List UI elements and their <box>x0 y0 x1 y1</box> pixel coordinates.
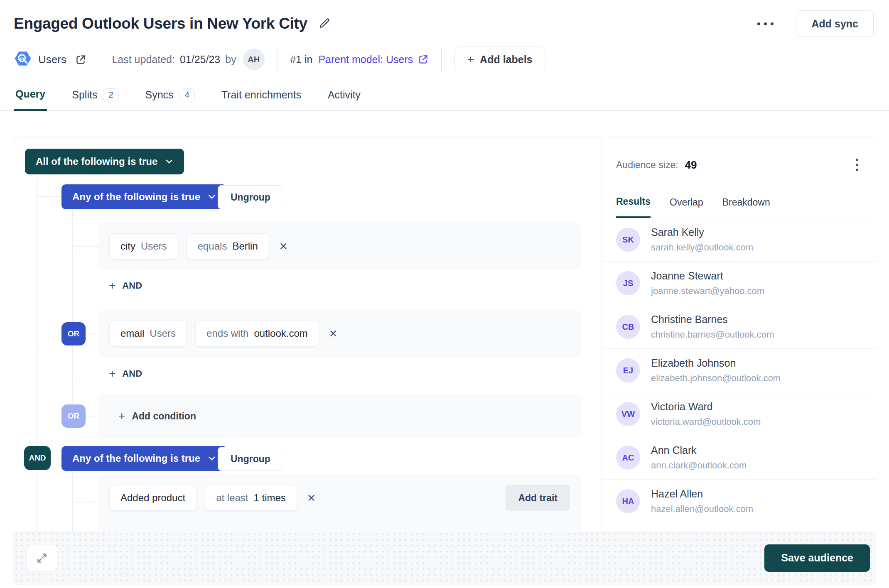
result-row[interactable]: JS Joanne Stewart joanne.stewart@yahoo.c… <box>602 262 876 305</box>
condition-property: email <box>120 328 144 339</box>
group1-ungroup-button[interactable]: Ungroup <box>218 185 283 209</box>
panel-tab-label: Results <box>616 196 651 207</box>
rank-label: #1 in <box>290 54 312 66</box>
more-actions-button[interactable] <box>753 18 778 29</box>
add-condition-button[interactable]: + Add condition <box>118 410 196 422</box>
tree-connector <box>37 196 61 197</box>
tab-activity[interactable]: Activity <box>326 86 362 111</box>
panel-tab-bar: Results Overlap Breakdown <box>602 196 876 218</box>
close-icon: ✕ <box>329 328 338 339</box>
meta-divider <box>277 48 278 71</box>
result-row[interactable]: SK Sarah Kelly sarah.kelly@outlook.com <box>602 218 876 262</box>
tree-connector <box>73 502 98 502</box>
and-link-label: AND <box>122 280 142 291</box>
tab-label: Query <box>15 88 45 100</box>
last-updated-label: Last updated: <box>112 54 175 66</box>
user-email: ann.clark@outlook.com <box>651 460 747 471</box>
user-name: Joanne Stewart <box>651 270 764 282</box>
add-condition-row: + Add condition <box>98 394 581 439</box>
tab-syncs[interactable]: Syncs 4 <box>144 86 196 111</box>
user-name: Christine Barnes <box>651 314 774 326</box>
expand-button[interactable] <box>27 545 57 571</box>
user-name: Ann Clark <box>651 444 747 456</box>
group-operator-label: Any of the following is true <box>72 453 200 464</box>
external-link-icon <box>418 54 429 65</box>
ellipsis-icon <box>757 22 774 25</box>
source-label: Users <box>38 53 66 66</box>
group2-ungroup-button[interactable]: Ungroup <box>218 447 283 471</box>
panel-tab-label: Breakdown <box>722 197 770 208</box>
condition-property: city <box>120 240 135 252</box>
user-name: Victoria Ward <box>651 401 761 413</box>
tab-splits[interactable]: Splits 2 <box>70 86 120 111</box>
and-link-label: AND <box>122 368 142 379</box>
event-operator-chip[interactable]: at least 1 times <box>205 485 297 511</box>
tab-query[interactable]: Query <box>14 86 47 111</box>
condition-row-city: city Users equals Berlin ✕ <box>98 223 581 270</box>
avatar: EJ <box>616 358 640 382</box>
avatar: JS <box>616 271 640 295</box>
result-row[interactable]: CB Christine Barnes christine.barnes@out… <box>602 305 876 349</box>
group-operator-label: Any of the following is true <box>72 191 200 203</box>
condition-operator-chip[interactable]: equals Berlin <box>187 233 269 259</box>
condition-operator-chip[interactable]: ends with outlook.com <box>195 321 319 346</box>
user-email: elizabeth.johnson@outlook.com <box>651 373 781 384</box>
parent-model-link[interactable]: Parent model: Users <box>318 54 429 66</box>
tab-overlap[interactable]: Overlap <box>670 196 703 218</box>
add-labels-button[interactable]: + Add labels <box>454 47 545 72</box>
tab-label: Splits <box>72 89 97 101</box>
add-trait-label: Add trait <box>518 492 557 503</box>
tab-breakdown[interactable]: Breakdown <box>722 196 770 218</box>
result-row[interactable]: VW Victoria Ward victoria.ward@outlook.c… <box>602 392 876 436</box>
panel-menu-button[interactable] <box>852 155 862 174</box>
or-badge-label: OR <box>68 329 80 338</box>
event-name: Added product <box>120 492 185 504</box>
audience-size-label: Audience size: <box>616 159 678 171</box>
event-condition-row: Added product at least 1 times ✕ Add tra… <box>98 474 581 531</box>
add-condition-label: Add condition <box>132 411 196 422</box>
result-row[interactable]: HA Hazel Allen hazel.allen@outlook.com <box>602 480 876 523</box>
result-row[interactable]: EJ Elizabeth Johnson elizabeth.johnson@o… <box>602 349 876 392</box>
kebab-icon <box>856 159 858 171</box>
add-sync-button[interactable]: Add sync <box>796 10 874 37</box>
group-operator-label: All of the following is true <box>36 156 157 167</box>
results-panel: Audience size: 49 Results Overlap Breakd… <box>602 137 876 531</box>
add-and-condition-button[interactable]: + AND <box>109 368 142 380</box>
event-name-chip[interactable]: Added product <box>109 485 196 511</box>
group1-operator-dropdown[interactable]: Any of the following is true <box>61 184 227 209</box>
condition-property-chip[interactable]: email Users <box>109 321 187 346</box>
avatar: AC <box>616 446 640 470</box>
or-logic-badge: OR <box>61 322 86 345</box>
save-audience-label: Save audience <box>781 552 853 564</box>
condition-property-chip[interactable]: city Users <box>109 233 178 259</box>
plus-icon: + <box>467 54 474 65</box>
save-audience-button[interactable]: Save audience <box>764 544 870 572</box>
close-icon: ✕ <box>307 492 316 504</box>
add-and-condition-button[interactable]: + AND <box>109 280 142 292</box>
result-row[interactable]: AC Ann Clark ann.clark@outlook.com <box>602 436 876 480</box>
tab-results[interactable]: Results <box>616 196 651 218</box>
last-updated-date: 01/25/23 <box>180 54 220 66</box>
condition-operator: equals <box>198 240 227 252</box>
chevron-down-icon <box>208 193 216 201</box>
edit-title-button[interactable] <box>318 17 331 31</box>
remove-condition-button[interactable]: ✕ <box>327 326 339 341</box>
tab-trait-enrichments[interactable]: Trait enrichments <box>220 86 303 111</box>
source-model-link[interactable]: Users <box>14 49 86 69</box>
expand-icon <box>36 552 48 564</box>
remove-condition-button[interactable]: ✕ <box>278 239 290 254</box>
and-logic-badge: AND <box>24 446 51 470</box>
root-group-operator-dropdown[interactable]: All of the following is true <box>25 149 184 174</box>
condition-row-email: email Users ends with outlook.com ✕ <box>98 310 581 357</box>
group2-operator-dropdown[interactable]: Any of the following is true <box>61 446 227 471</box>
add-trait-button[interactable]: Add trait <box>506 485 570 511</box>
close-icon: ✕ <box>279 240 288 252</box>
user-email: sarah.kelly@outlook.com <box>651 242 753 253</box>
tab-count-badge: 4 <box>179 88 195 101</box>
tree-connector <box>86 333 98 334</box>
remove-condition-button[interactable]: ✕ <box>305 490 317 506</box>
avatar: CB <box>616 315 640 339</box>
condition-value: Berlin <box>232 240 258 252</box>
meta-row: Users Last updated: 01/25/23 by AH #1 in… <box>14 45 874 74</box>
audience-builder-card: All of the following is true Any of the … <box>13 137 876 585</box>
